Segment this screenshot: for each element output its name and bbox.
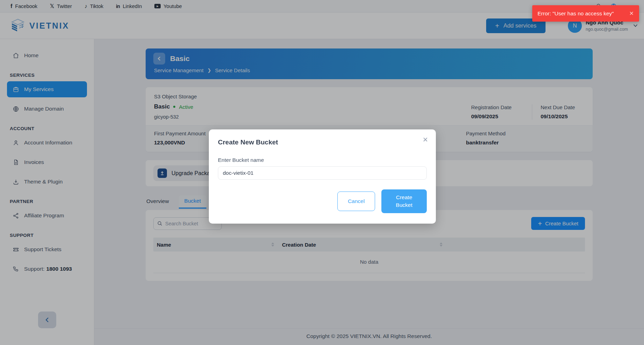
close-icon[interactable]: ✕ [423, 136, 428, 144]
cancel-button[interactable]: Cancel [337, 192, 375, 211]
toast-close-icon[interactable]: ✕ [629, 10, 634, 17]
bucket-name-label: Enter Bucket name [218, 157, 427, 163]
create-bucket-modal: Create New Bucket ✕ Enter Bucket name Ca… [209, 129, 436, 224]
modal-title: Create New Bucket [218, 138, 427, 146]
create-bucket-submit-button[interactable]: Create Bucket [381, 189, 427, 213]
toast-message: Error: "User has no access key" [537, 10, 614, 17]
bucket-name-input[interactable] [218, 166, 427, 180]
error-toast: Error: "User has no access key" ✕ [532, 5, 639, 22]
